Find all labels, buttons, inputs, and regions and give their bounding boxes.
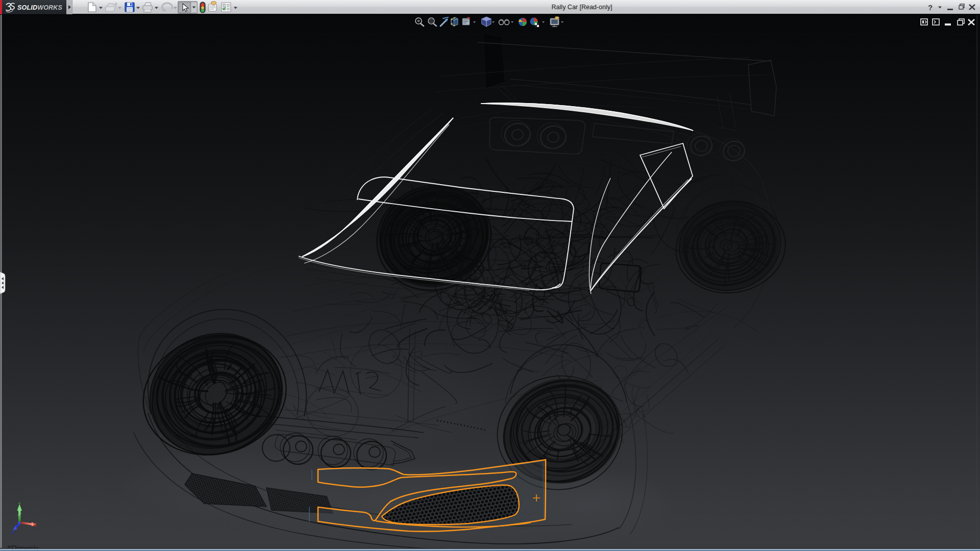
svg-text:SOLIDWORKS: SOLIDWORKS — [17, 4, 63, 11]
svg-text:?: ? — [928, 3, 933, 12]
svg-text:Z: Z — [11, 529, 15, 535]
